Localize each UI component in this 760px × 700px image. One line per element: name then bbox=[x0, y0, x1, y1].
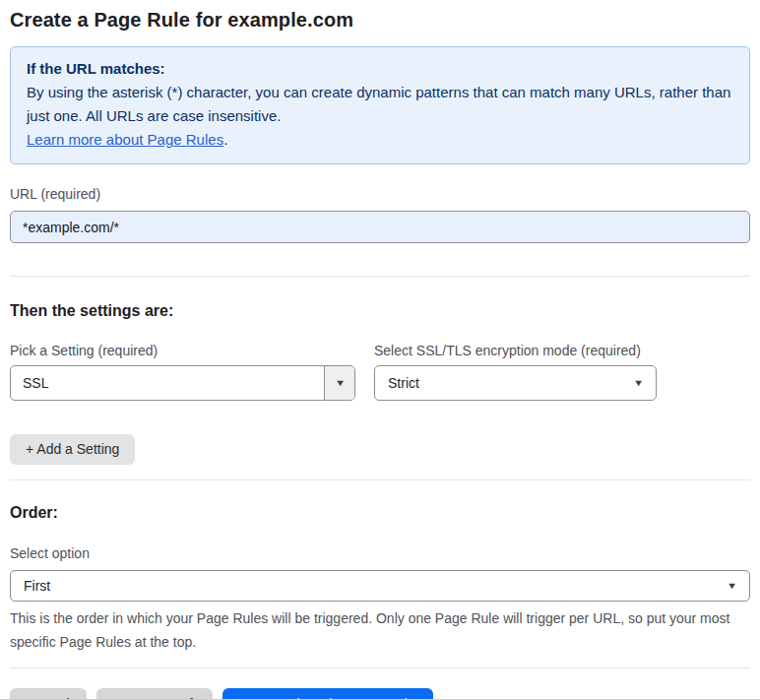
setting-select[interactable]: SSL ▼ bbox=[10, 365, 355, 401]
order-select-label: Select option bbox=[10, 545, 750, 562]
order-select[interactable]: First ▼ bbox=[10, 570, 750, 602]
url-input[interactable] bbox=[10, 211, 750, 243]
page-title: Create a Page Rule for example.com bbox=[10, 6, 750, 33]
save-deploy-button[interactable]: Save and Deploy Page Rule bbox=[222, 688, 433, 700]
add-setting-button[interactable]: + Add a Setting bbox=[10, 434, 135, 465]
divider bbox=[10, 479, 750, 480]
order-select-value: First bbox=[24, 578, 50, 594]
footer-actions: Cancel Save as Draft Save and Deploy Pag… bbox=[10, 688, 750, 700]
pick-setting-label: Pick a Setting (required) bbox=[10, 343, 355, 359]
callout-link-line: Learn more about Page Rules. bbox=[27, 128, 733, 152]
link-suffix: . bbox=[223, 131, 227, 148]
url-label: URL (required) bbox=[10, 186, 750, 203]
settings-row: Pick a Setting (required) SSL ▼ Select S… bbox=[10, 343, 750, 401]
ssl-mode-select[interactable]: Strict ▼ bbox=[374, 365, 657, 401]
divider bbox=[10, 668, 750, 668]
chevron-down-icon: ▼ bbox=[334, 379, 345, 388]
callout-heading: If the URL matches: bbox=[27, 57, 733, 81]
callout-body: By using the asterisk (*) character, you… bbox=[27, 81, 733, 128]
divider bbox=[10, 276, 750, 277]
url-matches-callout: If the URL matches: By using the asteris… bbox=[10, 46, 750, 164]
cancel-button[interactable]: Cancel bbox=[10, 688, 87, 700]
learn-more-link[interactable]: Learn more about Page Rules bbox=[27, 131, 223, 148]
ssl-mode-label: Select SSL/TLS encryption mode (required… bbox=[374, 343, 657, 359]
chevron-down-icon: ▼ bbox=[633, 379, 644, 388]
setting-select-value: SSL bbox=[11, 366, 324, 400]
create-page-rule-form: Create a Page Rule for example.com If th… bbox=[0, 0, 760, 700]
settings-section-heading: Then the settings are: bbox=[10, 301, 750, 321]
setting-select-arrow-button[interactable]: ▼ bbox=[324, 366, 354, 400]
order-help-text: This is the order in which your Page Rul… bbox=[10, 606, 750, 654]
ssl-mode-select-value: Strict bbox=[388, 375, 419, 391]
chevron-down-icon: ▼ bbox=[727, 582, 737, 591]
order-section-heading: Order: bbox=[10, 503, 750, 523]
ssl-mode-column: Select SSL/TLS encryption mode (required… bbox=[374, 343, 657, 401]
pick-setting-column: Pick a Setting (required) SSL ▼ bbox=[10, 343, 355, 401]
save-draft-button[interactable]: Save as Draft bbox=[96, 688, 214, 700]
